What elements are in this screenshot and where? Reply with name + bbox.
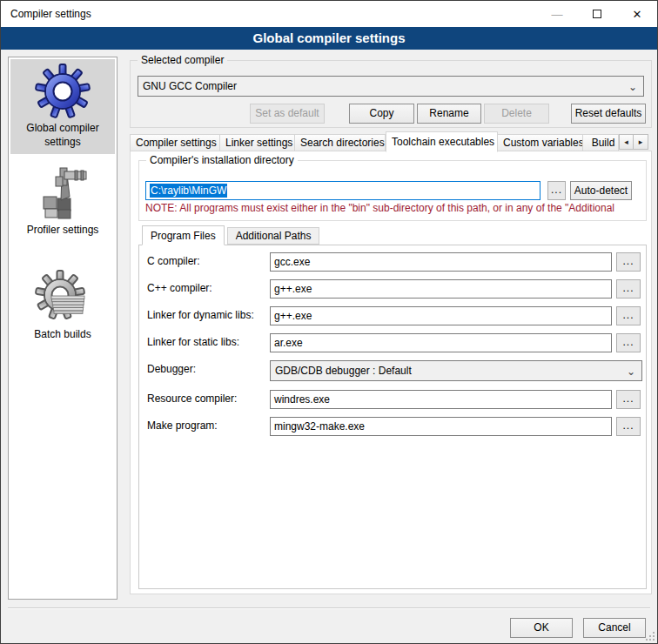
reset-defaults-button[interactable]: Reset defaults <box>571 104 646 124</box>
toolchain-executables-page: Compiler's installation directory C:\ray… <box>130 151 652 594</box>
arrow-right-icon: ▸ <box>639 138 643 146</box>
tab-search-directories[interactable]: Search directories <box>295 134 386 151</box>
make-program-input[interactable]: mingw32-make.exe <box>270 417 612 436</box>
linker-dynamic-input[interactable]: g++.exe <box>270 306 612 325</box>
auto-detect-button[interactable]: Auto-detect <box>570 181 632 200</box>
bin-subdirectory-note: NOTE: All programs must exist either in … <box>145 202 641 214</box>
minimize-button[interactable]: — <box>537 1 577 27</box>
window-title: Compiler settings <box>10 1 91 27</box>
debugger-select[interactable]: GDB/CDB debugger : Default ⌄ <box>270 360 642 381</box>
linker-dynamic-label: Linker for dynamic libs: <box>147 309 254 321</box>
subtab-program-files[interactable]: Program Files <box>142 225 225 245</box>
rename-button[interactable]: Rename <box>417 104 481 124</box>
resize-grip[interactable] <box>645 631 655 641</box>
sidebar-item-label: Profiler settings <box>11 224 114 238</box>
selected-compiler-group: Selected compiler GNU GCC Compiler ⌄ Set… <box>130 60 652 128</box>
tab-toolchain-executables[interactable]: Toolchain executables <box>386 131 498 152</box>
close-icon: ✕ <box>633 8 642 21</box>
chevron-down-icon: ⌄ <box>627 362 635 381</box>
linker-dynamic-browse-button[interactable]: ... <box>616 306 641 325</box>
installation-directory-group: Compiler's installation directory C:\ray… <box>138 160 647 221</box>
installation-directory-value: C:\raylib\MinGW <box>150 184 227 198</box>
tab-scroll-left-button[interactable]: ◂ <box>619 134 634 150</box>
cpp-compiler-browse-button[interactable]: ... <box>616 279 641 299</box>
program-files-panel: C compiler: gcc.exe ... C++ compiler: g+… <box>138 245 647 589</box>
cpp-compiler-label: C++ compiler: <box>147 282 212 294</box>
tab-compiler-settings[interactable]: Compiler settings <box>130 134 220 151</box>
sidebar-item-label: Global compiler settings <box>11 122 114 149</box>
installation-directory-input[interactable]: C:\raylib\MinGW <box>145 181 540 200</box>
sidebar-item-global-compiler-settings[interactable]: Global compiler settings <box>10 59 115 154</box>
compiler-settings-dialog: Compiler settings — ✕ Global compiler se… <box>0 0 658 644</box>
gray-gear-stack-icon <box>35 270 91 325</box>
maximize-icon <box>593 10 601 18</box>
tab-scroll-right-button[interactable]: ▸ <box>634 134 648 150</box>
maximize-button[interactable] <box>577 1 617 27</box>
make-program-label: Make program: <box>147 419 218 432</box>
linker-static-browse-button[interactable]: ... <box>616 333 641 352</box>
linker-static-label: Linker for static libs: <box>147 336 239 348</box>
make-program-browse-button[interactable]: ... <box>616 417 641 436</box>
subtab-additional-paths[interactable]: Additional Paths <box>227 227 320 245</box>
browse-directory-button[interactable]: ... <box>547 181 566 200</box>
cpp-compiler-input[interactable]: g++.exe <box>270 279 612 299</box>
cancel-button[interactable]: Cancel <box>583 618 646 638</box>
caliper-icon <box>35 165 91 221</box>
sidebar-item-profiler-settings[interactable]: Profiler settings <box>10 161 115 243</box>
debugger-label: Debugger: <box>147 363 196 375</box>
tab-build-options[interactable]: Build <box>583 134 619 151</box>
settings-category-list: Global compiler settings Profiler settin… <box>8 57 118 600</box>
arrow-left-icon: ◂ <box>624 138 628 146</box>
titlebar: Compiler settings — ✕ <box>1 1 657 27</box>
blue-gear-icon <box>35 64 91 119</box>
set-as-default-button[interactable]: Set as default <box>250 104 325 124</box>
tab-custom-variables[interactable]: Custom variables <box>498 134 583 151</box>
settings-tabstrip: Compiler settings Linker settings Search… <box>130 131 652 151</box>
delete-button[interactable]: Delete <box>484 104 549 124</box>
resource-compiler-label: Resource compiler: <box>147 392 237 405</box>
resource-compiler-browse-button[interactable]: ... <box>616 390 641 409</box>
tab-linker-settings[interactable]: Linker settings <box>220 134 295 151</box>
chevron-down-icon: ⌄ <box>628 77 637 97</box>
close-button[interactable]: ✕ <box>617 1 657 27</box>
selected-compiler-group-label: Selected compiler <box>138 54 227 66</box>
ok-button[interactable]: OK <box>510 618 573 638</box>
copy-button[interactable]: Copy <box>349 104 414 124</box>
minimize-icon: — <box>552 8 563 21</box>
page-title: Global compiler settings <box>1 27 657 50</box>
linker-static-input[interactable]: ar.exe <box>270 333 612 352</box>
c-compiler-input[interactable]: gcc.exe <box>270 252 612 272</box>
c-compiler-label: C compiler: <box>147 255 200 267</box>
sidebar-item-batch-builds[interactable]: Batch builds <box>10 265 115 347</box>
debugger-select-value: GDB/CDB debugger : Default <box>275 365 412 377</box>
resource-compiler-input[interactable]: windres.exe <box>270 390 612 409</box>
compiler-select-value: GNU GCC Compiler <box>143 80 237 92</box>
installation-directory-group-label: Compiler's installation directory <box>146 154 298 166</box>
program-files-tabstrip: Program Files Additional Paths <box>142 225 319 245</box>
footer-separator <box>8 607 650 609</box>
compiler-select[interactable]: GNU GCC Compiler ⌄ <box>138 76 644 97</box>
c-compiler-browse-button[interactable]: ... <box>616 252 641 272</box>
sidebar-item-label: Batch builds <box>11 328 114 342</box>
